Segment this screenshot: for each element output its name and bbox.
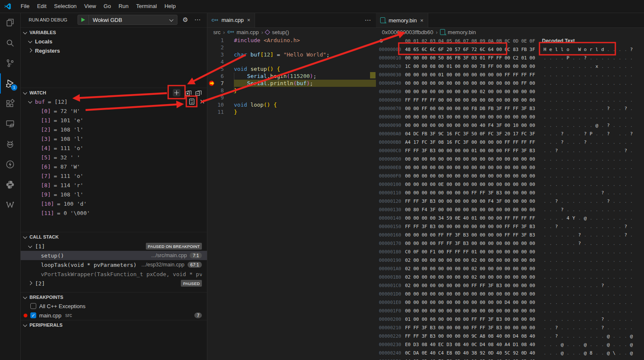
decoded-char[interactable]: .: [577, 81, 582, 86]
decoded-char[interactable]: .: [548, 258, 554, 263]
decoded-char[interactable]: .: [623, 97, 629, 103]
decoded-char[interactable]: .: [565, 291, 571, 297]
decoded-char[interactable]: .: [600, 165, 606, 170]
decoded-char[interactable]: .: [577, 317, 582, 322]
hex-byte[interactable]: FF: [472, 317, 480, 322]
hex-byte[interactable]: 00: [421, 123, 430, 128]
section-breakpoints[interactable]: BREAKPOINTS: [20, 292, 207, 302]
decoded-char[interactable]: .: [553, 182, 559, 187]
hex-byte[interactable]: 3F: [421, 224, 430, 229]
hex-byte[interactable]: 0D: [488, 359, 496, 360]
decoded-char[interactable]: .: [600, 89, 606, 94]
hex-byte[interactable]: 00: [513, 81, 521, 86]
activity-python-icon[interactable]: [0, 175, 20, 195]
hex-byte[interactable]: 00: [480, 199, 488, 204]
hex-byte[interactable]: 00: [405, 291, 413, 297]
hex-byte[interactable]: 00: [405, 123, 413, 128]
gutter[interactable]: 9: [207, 94, 234, 101]
hex-byte[interactable]: 40: [480, 123, 488, 128]
decoded-char[interactable]: @: [582, 350, 588, 356]
decoded-char[interactable]: .: [559, 308, 565, 314]
decoded-char[interactable]: @: [628, 359, 634, 360]
decoded-char[interactable]: .: [617, 89, 623, 94]
decoded-char[interactable]: .: [542, 325, 548, 330]
decoded-char[interactable]: .: [588, 308, 594, 314]
hex-byte[interactable]: 00: [529, 249, 538, 255]
hex-byte[interactable]: 00: [421, 215, 430, 221]
hex-byte[interactable]: 00: [446, 325, 455, 330]
hex-byte[interactable]: 00: [430, 114, 438, 120]
hex-byte[interactable]: 50: [472, 131, 480, 137]
decoded-char[interactable]: .: [553, 173, 559, 179]
hex-byte[interactable]: FF: [405, 325, 413, 330]
decoded-char[interactable]: .: [571, 325, 577, 330]
decoded-char[interactable]: .: [582, 89, 588, 94]
decoded-char[interactable]: .: [565, 249, 571, 255]
hex-byte[interactable]: 00: [438, 156, 447, 162]
decoded-char[interactable]: .: [594, 89, 600, 94]
decoded-char[interactable]: .: [553, 274, 559, 280]
hex-byte[interactable]: 3F: [496, 123, 505, 128]
hex-byte[interactable]: FB: [421, 131, 430, 137]
decoded-char[interactable]: .: [571, 81, 577, 86]
hex-byte[interactable]: 00: [413, 165, 422, 170]
hex-byte[interactable]: 00: [480, 224, 488, 229]
decoded-char[interactable]: .: [623, 114, 629, 120]
hex-byte[interactable]: FF: [430, 97, 438, 103]
code-line-text[interactable]: [234, 58, 376, 65]
decoded-char[interactable]: .: [565, 156, 571, 162]
decoded-char[interactable]: .: [565, 283, 571, 288]
decoded-char[interactable]: .: [594, 140, 600, 145]
decoded-char[interactable]: .: [548, 232, 554, 238]
decoded-char[interactable]: .: [582, 173, 588, 179]
decoded-char[interactable]: .: [542, 291, 548, 297]
hex-byte[interactable]: 00: [472, 123, 480, 128]
hex-byte[interactable]: 00: [480, 173, 488, 179]
hex-byte[interactable]: 08: [455, 342, 463, 347]
decoded-char[interactable]: .: [571, 241, 577, 246]
hex-byte[interactable]: 0E: [438, 182, 447, 187]
decoded-char[interactable]: ?: [577, 241, 582, 246]
hex-byte[interactable]: 00: [513, 182, 521, 187]
decoded-char[interactable]: .: [623, 165, 629, 170]
decoded-char[interactable]: .: [542, 81, 548, 86]
decoded-char[interactable]: .: [571, 291, 577, 297]
hex-byte[interactable]: 00: [430, 308, 438, 314]
watch-item[interactable]: [3]= 108 'l': [41, 134, 207, 143]
hex-byte[interactable]: 00: [413, 232, 422, 238]
hex-byte[interactable]: 00: [413, 55, 422, 61]
hex-byte[interactable]: B3: [430, 224, 438, 229]
decoded-char[interactable]: .: [553, 140, 559, 145]
decoded-char[interactable]: .: [594, 325, 600, 330]
decoded-char[interactable]: .: [628, 114, 634, 120]
hex-row[interactable]: 000000201C000008000100000078FF0000000000…: [376, 62, 644, 70]
activity-source-control-icon[interactable]: [0, 53, 20, 73]
decoded-char[interactable]: .: [582, 317, 588, 322]
decoded-char[interactable]: .: [611, 114, 617, 120]
hex-byte[interactable]: 00: [438, 308, 447, 314]
decoded-char[interactable]: .: [588, 342, 594, 347]
hex-byte[interactable]: 00: [455, 258, 463, 263]
decoded-char[interactable]: .: [617, 232, 623, 238]
hex-byte[interactable]: 3F: [421, 199, 430, 204]
decoded-char[interactable]: ?: [606, 199, 612, 204]
decoded-char[interactable]: [611, 131, 617, 137]
hex-byte[interactable]: FF: [463, 249, 472, 255]
hex-byte[interactable]: 00: [472, 114, 480, 120]
hex-byte[interactable]: 92: [480, 350, 488, 356]
decoded-char[interactable]: .: [628, 165, 634, 170]
decoded-char[interactable]: .: [559, 173, 565, 179]
decoded-char[interactable]: ?: [606, 106, 612, 111]
hex-byte[interactable]: 38: [472, 350, 480, 356]
decoded-char[interactable]: .: [553, 232, 559, 238]
hex-byte[interactable]: B3: [430, 333, 438, 339]
hex-byte[interactable]: 00: [472, 173, 480, 179]
decoded-char[interactable]: .: [617, 64, 623, 69]
decoded-char[interactable]: .: [548, 241, 554, 246]
menu-go[interactable]: Go: [100, 0, 115, 13]
activity-extensions-icon[interactable]: [0, 94, 20, 114]
stack-frame[interactable]: loopTask(void * pvParameters).../esp32/m…: [20, 260, 207, 269]
hex-byte[interactable]: 00: [513, 241, 521, 246]
code-line[interactable]: 10void loop() {: [207, 101, 376, 108]
decoded-char[interactable]: ?: [623, 232, 629, 238]
